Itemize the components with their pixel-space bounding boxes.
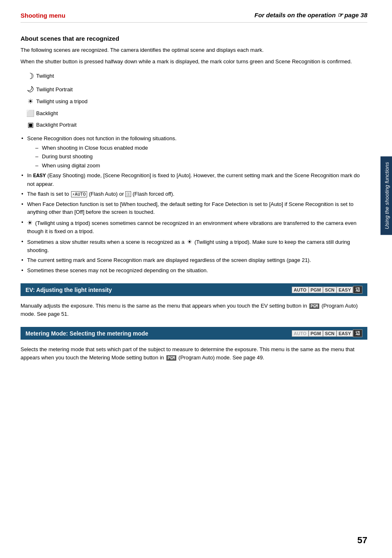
badge-auto: AUTO — [292, 330, 309, 337]
list-item: 🌙︎ Twilight Portrait — [25, 84, 367, 95]
side-tab-text: Using the shooting functions — [384, 162, 390, 229]
list-item: When Face Detection function is set to [… — [21, 200, 367, 216]
list-item: Scene Recognition does not function in t… — [21, 134, 367, 169]
metering-mode-badges: AUTO PGM SCN EASY 辺 — [292, 329, 362, 337]
badge-easy: EASY — [337, 287, 353, 293]
twilight-icon: ☽ — [25, 70, 36, 82]
pgm-inline2: PGM — [166, 355, 176, 361]
scene-label: Twilight Portrait — [36, 86, 73, 93]
list-item: Sometimes these scenes may not be recogn… — [21, 266, 367, 275]
badge-pgm: PGM — [309, 330, 323, 337]
scene-list: ☽ Twilight 🌙︎ Twilight Portrait ☀︎ Twili… — [25, 70, 367, 130]
sub-item-text: When shooting in Close focus enabled mod… — [42, 145, 148, 151]
badge-grid: 辺 — [353, 286, 362, 294]
backlight-icon: ⬜ — [25, 109, 36, 118]
twilight-tripod-icon: ☀︎ — [25, 97, 36, 106]
list-item: The current setting mark and Scene Recog… — [21, 256, 367, 264]
header: Shooting menu For details on the operati… — [21, 12, 367, 23]
backlight-portrait-icon: ▣ — [25, 120, 36, 130]
list-item: Sometimes a slow shutter results when a … — [21, 238, 367, 255]
bullet-text: ☀︎ (Twilight using a tripod) scenes some… — [27, 220, 356, 235]
bullet-text: Sometimes a slow shutter results when a … — [27, 239, 350, 253]
list-item: During burst shooting — [35, 153, 367, 161]
list-item: ▣ Backlight Portrait — [25, 120, 367, 130]
badge-scn: SCN — [323, 287, 337, 293]
page-number: 57 — [357, 535, 367, 546]
scene-label: Backlight — [36, 110, 58, 117]
metering-section-title: Metering Mode: Selecting the metering mo… — [25, 330, 148, 337]
ev-mode-badges: AUTO PGM SCN EASY 辺 — [292, 286, 362, 294]
bullet-list: Scene Recognition does not function in t… — [21, 134, 367, 274]
ev-section: EV: Adjusting the light intensity AUTO P… — [21, 283, 367, 318]
bullet-text: In EASY (Easy Shooting) mode, [Scene Rec… — [27, 172, 360, 187]
ev-para: Manually adjusts the exposure. This menu… — [21, 302, 367, 318]
list-item: ☀︎ Twilight using a tripod — [25, 97, 367, 106]
bullet-text: When Face Detection function is set to [… — [27, 201, 353, 215]
scene-label: Twilight using a tripod — [36, 98, 88, 105]
metering-section: Metering Mode: Selecting the metering mo… — [21, 327, 367, 361]
badge-easy: EASY — [337, 330, 353, 337]
flash-off-icon: ⚡⃠ — [125, 191, 131, 197]
side-tab: Using the shooting functions — [380, 156, 392, 235]
sub-item-text: During burst shooting — [42, 153, 93, 160]
header-page-ref: For details on the operation ☞ page 38 — [254, 12, 367, 19]
scene-label: Backlight Portrait — [36, 121, 76, 129]
about-scenes-section: About scenes that are recognized The fol… — [21, 35, 367, 274]
list-item: ☀︎ (Twilight using a tripod) scenes some… — [21, 218, 367, 236]
bullet-text: Scene Recognition does not function in t… — [27, 135, 177, 141]
list-item: ☽ Twilight — [25, 70, 367, 82]
easy-label: EASY — [33, 173, 46, 179]
bullet-text: Sometimes these scenes may not be recogn… — [27, 267, 208, 273]
tripod-icon-inline: ☀︎ — [27, 219, 32, 226]
list-item: When using digital zoom — [35, 162, 367, 170]
about-para2: When the shutter button is pressed halfw… — [21, 58, 367, 66]
page-container: Shooting menu For details on the operati… — [0, 0, 392, 558]
list-item: The flash is set to ⚡AUTO (Flash Auto) o… — [21, 190, 367, 198]
badge-scn: SCN — [323, 330, 337, 337]
list-item: ⬜ Backlight — [25, 109, 367, 118]
metering-section-header: Metering Mode: Selecting the metering mo… — [21, 327, 367, 340]
bullet-text: The flash is set to ⚡AUTO (Flash Auto) o… — [27, 191, 174, 197]
pgm-inline: PGM — [309, 303, 319, 309]
metering-para: Selects the metering mode that sets whic… — [21, 345, 367, 361]
list-item: In EASY (Easy Shooting) mode, [Scene Rec… — [21, 171, 367, 188]
sub-item-text: When using digital zoom — [42, 162, 100, 169]
list-item: When shooting in Close focus enabled mod… — [35, 144, 367, 152]
sub-list: When shooting in Close focus enabled mod… — [35, 144, 367, 170]
flash-auto-label: ⚡AUTO — [71, 191, 87, 197]
tripod-icon-inline2: ☀︎ — [187, 238, 192, 245]
badge-auto: AUTO — [292, 287, 309, 293]
scene-label: Twilight — [36, 72, 54, 80]
badge-pgm: PGM — [309, 287, 323, 293]
badge-grid: 辺 — [353, 329, 362, 337]
ev-section-title: EV: Adjusting the light intensity — [25, 287, 112, 293]
bullet-text: The current setting mark and Scene Recog… — [27, 257, 311, 263]
header-shooting-menu: Shooting menu — [21, 12, 65, 19]
ev-section-header: EV: Adjusting the light intensity AUTO P… — [21, 283, 367, 296]
about-para1: The following scenes are recognized. The… — [21, 46, 367, 54]
about-section-title: About scenes that are recognized — [21, 35, 367, 42]
twilight-portrait-icon: 🌙︎ — [25, 84, 36, 95]
